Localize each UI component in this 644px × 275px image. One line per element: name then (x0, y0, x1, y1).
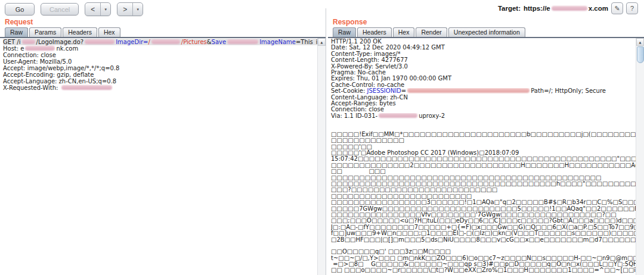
forward-button[interactable]: > (117, 3, 132, 15)
text-segment: User-Agent: Mozilla/5.0 (3, 58, 72, 65)
text-segment: Accept-Ranges: bytes (331, 101, 396, 107)
help-button[interactable]: ? (626, 2, 638, 14)
request-tab-params[interactable]: Params (29, 27, 61, 37)
response-tab-hex[interactable]: Hex (393, 27, 415, 37)
text-segment: /LogoImage.do? (36, 39, 84, 45)
text-segment: Date: Sat, 12 Dec 2020 04:49:12 GMT (331, 45, 445, 51)
edit-target-button[interactable]: ✎ (611, 2, 623, 14)
redacted-text (25, 46, 55, 51)
scrollbar-thumb[interactable] (637, 46, 644, 63)
request-tab-headers[interactable]: Headers (63, 27, 97, 37)
request-tab-hex[interactable]: Hex (98, 27, 120, 37)
response-tab-render[interactable]: Render (416, 27, 447, 37)
panel-divider (326, 8, 326, 275)
response-line: J□:□A□-□fY□□□□□□□□7□□□□□+□{=F)□x□□□Gw□□G… (331, 224, 636, 230)
cancel-button[interactable]: Cancel (41, 3, 79, 15)
request-line: X-Requested-With: (3, 85, 317, 91)
target-bar: Target: https://ex.com ✎ ? (498, 2, 638, 14)
text-segment: □□□;□□□O□□□□□<ú□?H□tuL(□□□eDy□□6□□C]□□□c… (331, 218, 636, 224)
response-tab-unexpected-information[interactable]: Unexpected information (448, 27, 525, 37)
go-button[interactable]: Go (5, 3, 35, 15)
text-segment: ImageName (259, 39, 296, 45)
redacted-text (379, 113, 417, 118)
text-segment: X-Powered-By: Servlet/3.0 (331, 64, 408, 70)
response-editor[interactable]: HTTP/1.1 200 OKDate: Sat, 12 Dec 2020 04… (329, 38, 644, 275)
response-line: 15:07:42□□□□□□□□□□□□□□□□□□□□□□□□□□□□□□□□… (331, 156, 636, 162)
response-line (331, 119, 636, 125)
response-line: □2B□□HF□□□|□[]□m□□□5□ds□NiU□□□□8□□□v□cG□… (331, 237, 636, 243)
text-segment: □□□□□□□□□□□□□ (331, 138, 404, 143)
forward-dropdown-icon[interactable]: ▼ (132, 3, 143, 15)
back-dropdown-icon[interactable]: ▼ (100, 3, 110, 15)
text-segment: uproxy-2 (419, 113, 445, 119)
request-line: Accept-Encoding: gzip, deflate (3, 71, 317, 78)
response-line: □□ □□□ (331, 168, 636, 174)
text-segment: □□□□□'□□ (331, 144, 372, 150)
request-line: Host: enk.com (3, 45, 317, 52)
request-tab-raw[interactable]: Raw (5, 27, 28, 37)
request-line: GET /i/LogoImage.do?ImageDir=//Pictures&… (3, 39, 317, 45)
back-button[interactable]: < (85, 3, 100, 15)
text-segment: nk.com (56, 45, 78, 52)
text-segment: □□□□□□□□□□□□□□□□□□□□□□□□□□□□□□□□□□□□□□□□… (331, 181, 636, 187)
response-panel: Response RawHeadersHexRenderUnexpected i… (328, 17, 644, 275)
target-url-prefix: https://e (524, 5, 550, 12)
response-line: □□□□□□□□□□□□□□□□□3□□□□□□!□1□AQa□"q□2□□□□… (331, 199, 636, 205)
redacted-text (407, 88, 530, 93)
toolbar-buttons: Go Cancel < ▼ > ▼ (5, 2, 143, 16)
text-segment: f□□]uw□□□9+W□n□□□□;□1□□□□EI□-□(□Iz□)□kn□… (331, 230, 636, 236)
response-tabbar: RawHeadersHexRenderUnexpected informatio… (328, 26, 644, 38)
text-segment: Connection: close (331, 107, 384, 112)
text-segment: JSESSIONID (367, 88, 401, 94)
text-segment: Accept-Encoding: gzip, deflate (3, 71, 94, 78)
request-scrollbar[interactable]: ▲ (317, 38, 326, 275)
response-line: HTTP/1.1 200 OK (331, 39, 636, 45)
response-line: □□□□□7GWgw□□□□□□□□□□□□□□□□□□□□□□□□5□□□□□… (331, 206, 636, 212)
text-segment: □□O□□□□□q□' □□□3z□□M□□□□ (331, 249, 451, 255)
text-segment: □□□□□□□□□□□□□□2□□□□□□□□□□□□□□□□□□□H□□□□□… (331, 162, 636, 168)
response-line (331, 243, 636, 249)
text-segment: =This_is_image.jpg HTTP/1.1 (296, 39, 317, 45)
response-line: Pragma: No-cache (331, 70, 636, 76)
redacted-text (61, 85, 112, 90)
text-segment: = (401, 88, 406, 94)
text-segment: 15:07:42□□□□□□□□□□□□□□□□□□□□□□□□□□□□□□□□… (331, 156, 636, 162)
text-segment: □□□□□□□□□□□□□□□□□□□□□□□□□□□□□□□□□□□□□□□□… (331, 175, 602, 181)
response-line: □□□;□□□O□□□□□<ú□?H□tuL(□□□eDy□□6□□C]□□□c… (331, 218, 636, 224)
response-title: Response (333, 18, 367, 26)
response-tab-headers[interactable]: Headers (357, 27, 392, 37)
scroll-up-icon[interactable]: ▲ (318, 38, 326, 46)
text-segment: □□□□□'□Adobe Photoshop CC 2017 (Windows)… (331, 150, 519, 156)
response-line: Content-Type: images/* (331, 51, 636, 57)
text-segment: □□□?□□□□□□□□□□□□□□□□□□□□□□□□□□ (331, 187, 497, 193)
request-line: Accept-Language: zh-CN,en-US;q=0.8 (3, 78, 317, 85)
response-line: □□□□□'□Adobe Photoshop CC 2017 (Windows)… (331, 150, 636, 156)
response-tab-raw[interactable]: Raw (333, 27, 356, 37)
text-segment: Content-Length: 4277677 (331, 57, 408, 63)
response-line: Expires: Thu, 01 Jan 1970 00:00:00 GMT (331, 76, 636, 82)
text-segment: □□□□□□□□□□□□□□□□Vfv□□□□□□□□'7GWgw□□□□□□□… (331, 212, 617, 218)
response-line (331, 125, 636, 131)
back-button-group: < ▼ (85, 2, 111, 16)
text-segment: Cache-Control: no-cache (331, 82, 404, 88)
response-line: f□□]uw□□□9+W□n□□□□;□1□□□□EI□-□(□Iz□)□kn□… (331, 230, 636, 236)
toolbar: Go Cancel < ▼ > ▼ Target: https://ex.com… (0, 0, 644, 17)
text-segment: ImageDir= (116, 39, 148, 45)
pencil-icon: ✎ (614, 5, 620, 12)
response-line: □□□□□'□□ (331, 144, 636, 150)
response-scrollbar[interactable]: ▲ (636, 38, 644, 275)
redacted-text (552, 6, 587, 11)
response-line: Date: Sat, 12 Dec 2020 04:49:12 GMT (331, 45, 636, 51)
redacted-text (22, 39, 35, 44)
response-line: □□ □□□o□□□□~□r□□□□□\□t□?W□□eXX□Zro%□1□□□… (331, 267, 636, 273)
help-icon: ? (630, 5, 634, 12)
scroll-up-icon[interactable]: ▲ (636, 38, 644, 46)
redacted-text (85, 39, 114, 44)
response-line: □□□□□□□□□□□□□□□□□□□□□□□□□□□□□□□□□□□□□□□□… (331, 175, 636, 181)
response-line: Content-Language: zh-CN (331, 95, 636, 101)
request-editor[interactable]: GET /i/LogoImage.do?ImageDir=//Pictures&… (1, 38, 326, 275)
request-title: Request (5, 18, 33, 26)
target-url-suffix: x.com (589, 5, 608, 12)
text-segment: □□□□□7GWgw□□□□□□□□□□□□□□□□□□□□□□□□5□□□□□… (331, 206, 636, 212)
response-line: Cache-Control: no-cache (331, 82, 636, 88)
